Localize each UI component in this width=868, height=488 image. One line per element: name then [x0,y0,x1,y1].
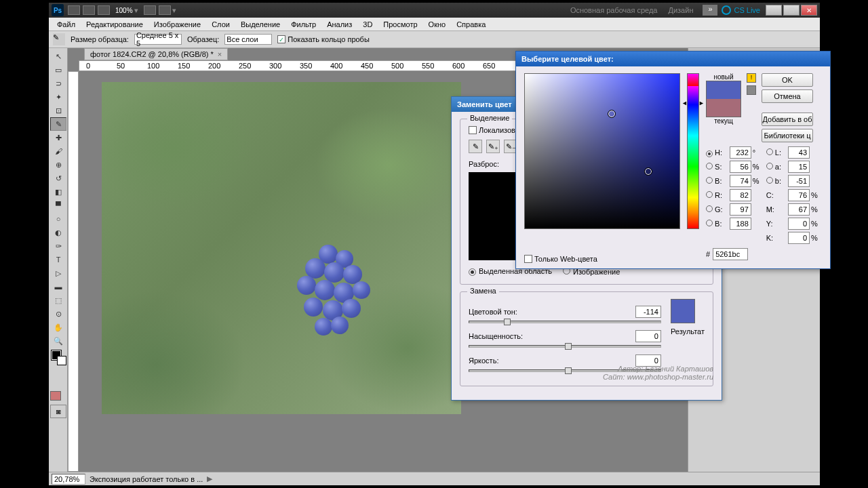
icon-4[interactable] [144,5,156,15]
eyedropper-icon[interactable]: ✎ [469,140,482,153]
hex-input[interactable] [713,248,748,260]
color-swatches[interactable] [50,350,66,371]
blur-tool[interactable]: ○ [50,212,66,226]
r-input[interactable] [730,189,751,201]
g-input[interactable] [730,203,751,216]
radio-lab-b[interactable] [766,177,773,184]
b-input[interactable] [730,175,751,187]
radio-h[interactable] [706,150,713,157]
menu-help[interactable]: Справка [451,19,491,30]
canvas[interactable] [102,82,461,414]
radio-l[interactable] [766,148,773,155]
icon-1[interactable] [68,5,80,15]
lab-b-input[interactable] [788,175,810,187]
close-button[interactable]: ✕ [801,5,817,16]
menu-analysis[interactable]: Анализ [321,19,357,30]
3d-camera-tool[interactable]: ⊙ [50,307,66,321]
eyedropper-tool[interactable]: ✎ [50,117,66,131]
menu-view[interactable]: Просмотр [378,19,422,30]
hue-slider[interactable] [469,321,661,323]
icon-2[interactable] [83,5,95,15]
color-libraries-button[interactable]: Библиотеки ц [762,129,813,142]
workspace-more-icon[interactable]: » [703,5,717,16]
workspace-essentials[interactable]: Основная рабочая среда [565,5,663,16]
s-input[interactable] [730,161,751,173]
sample-layers-select[interactable]: Все слои [224,34,272,45]
marquee-tool[interactable]: ▭ [50,63,66,77]
icon-3[interactable] [98,5,110,15]
menu-image[interactable]: Изображение [149,19,206,30]
zoom-dropdown[interactable]: 100% [115,7,133,14]
3d-tool[interactable]: ⬚ [50,293,66,307]
result-swatch[interactable] [671,299,695,323]
a-input[interactable] [788,161,810,173]
lasso-tool[interactable]: ⊃ [50,77,66,90]
sample-size-select[interactable]: Среднее 5 x 5 [134,34,182,45]
magic-wand-tool[interactable]: ✦ [50,90,66,104]
stamp-tool[interactable]: ⊕ [50,158,66,171]
pen-tool[interactable]: ✑ [50,239,66,253]
dodge-tool[interactable]: ◐ [50,226,66,239]
icon-5[interactable] [159,5,171,15]
document-tab[interactable]: фотог 1824.CR2 @ 20,8% (RGB/8) *× [84,48,228,60]
radio-b[interactable] [706,177,713,184]
tool-preset-icon[interactable]: ✎ [53,33,65,45]
radio-a[interactable] [766,163,773,169]
gamut-warning-icon[interactable]: ! [747,73,756,83]
cslive-button[interactable]: CS Live [722,5,760,15]
menu-window[interactable]: Окно [423,19,452,30]
crop-tool[interactable]: ⊡ [50,104,66,117]
websafe-warning-icon[interactable] [747,85,756,95]
k-input[interactable] [788,232,810,244]
radio-r[interactable] [706,191,713,198]
history-brush-tool[interactable]: ↺ [50,171,66,185]
menu-select[interactable]: Выделение [235,19,285,30]
cancel-button[interactable]: Отмена [762,89,813,103]
gradient-tool[interactable]: ▀ [50,199,66,212]
radio-bv[interactable] [706,220,713,226]
menu-filter[interactable]: Фильтр [285,19,321,30]
workspace-design[interactable]: Дизайн [663,5,698,16]
options-bar: ✎ Размер образца: Среднее 5 x 5 Образец:… [49,31,820,48]
color-picker-title[interactable]: Выберите целевой цвет: [516,52,830,66]
hue-input[interactable] [635,306,661,318]
saturation-input[interactable] [635,330,661,342]
hue-slider[interactable] [687,73,699,229]
menu-3d[interactable]: 3D [357,19,378,30]
c-input[interactable] [788,189,810,201]
zoom-tool[interactable]: 🔍 [50,334,66,348]
status-message: Экспозиция работает только в ... [90,475,203,483]
ok-button[interactable]: OK [762,73,813,87]
add-swatch-button[interactable]: Добавить в об [762,113,813,126]
maximize-button[interactable]: ☐ [783,5,800,16]
h-input[interactable] [730,146,751,159]
close-tab-icon[interactable]: × [218,50,222,58]
menu-file[interactable]: Файл [52,19,81,30]
move-tool[interactable]: ↖ [50,49,66,63]
eraser-tool[interactable]: ◧ [50,185,66,199]
menu-edit[interactable]: Редактирование [81,19,149,30]
eyedropper-add-icon[interactable]: ✎₊ [486,140,500,153]
menu-layer[interactable]: Слои [206,19,235,30]
brush-tool[interactable]: 🖌 [50,144,66,158]
l-input[interactable] [788,146,810,159]
sv-field[interactable] [524,73,680,229]
shape-tool[interactable]: ▬ [50,280,66,293]
path-tool[interactable]: ▷ [50,266,66,280]
show-ring-checkbox[interactable]: Показать кольцо пробы [277,35,370,43]
radio-g[interactable] [706,205,713,212]
web-colors-checkbox[interactable]: Только Web-цвета [524,255,597,263]
type-tool[interactable]: T [50,253,66,266]
background-swatch[interactable] [57,356,66,365]
hand-tool[interactable]: ✋ [50,321,66,334]
y-input[interactable] [788,218,810,230]
m-input[interactable] [788,203,810,216]
saturation-slider[interactable] [469,345,661,348]
quickmask-toggle[interactable]: ◙ [50,405,66,418]
bv-input[interactable] [730,218,751,230]
new-current-swatch[interactable] [706,81,741,117]
healing-tool[interactable]: ✚ [50,131,66,144]
minimize-button[interactable]: ─ [766,5,782,16]
radio-s[interactable] [706,163,713,169]
zoom-field[interactable]: 20,78% [52,474,85,485]
